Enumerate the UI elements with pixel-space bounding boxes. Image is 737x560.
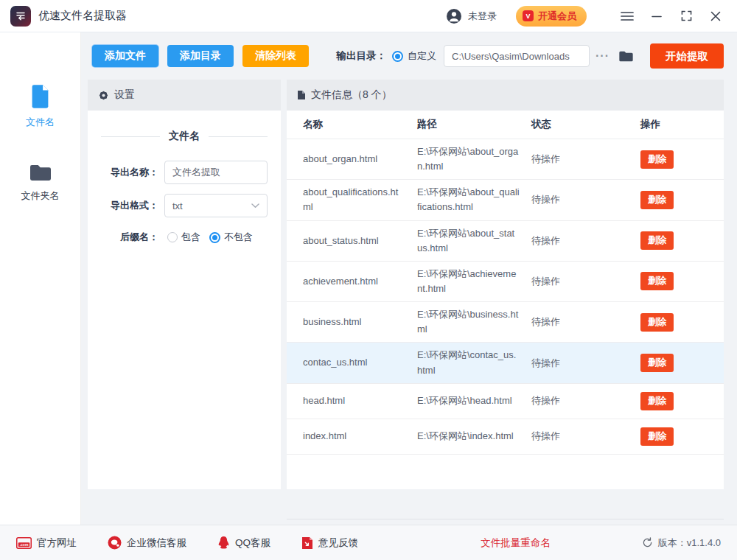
minimize-icon <box>652 11 662 21</box>
table-row[interactable]: achievement.html E:\环保网站\achievement.htm… <box>287 262 724 302</box>
file-status-cell: 待操作 <box>531 430 640 443</box>
delete-button[interactable]: 删除 <box>640 272 674 290</box>
sidebar: 文件名 文件夹名 <box>0 32 81 525</box>
clear-list-button[interactable]: 清除列表 <box>242 45 309 67</box>
app-logo-icon <box>10 6 31 27</box>
delete-button[interactable]: 删除 <box>640 191 674 209</box>
file-path-cell: E:\环保网站\achievement.html <box>417 267 531 296</box>
file-info-panel: 文件信息（8 个） 名称 路径 状态 操作 about_organ.html E… <box>287 80 724 489</box>
document-icon <box>297 90 306 100</box>
delete-button[interactable]: 删除 <box>640 150 674 169</box>
file-path-cell: E:\环保网站\about_qualifications.html <box>417 185 531 214</box>
user-icon <box>446 8 462 24</box>
table-row[interactable]: index.html E:\环保网站\index.html 待操作 删除 <box>287 419 724 455</box>
file-info-header: 文件信息（8 个） <box>287 80 724 111</box>
file-name-cell: about_status.html <box>303 234 417 248</box>
suffix-exclude-radio[interactable]: 不包含 <box>209 231 253 244</box>
sidebar-item-filename[interactable]: 文件名 <box>26 84 55 129</box>
file-path-cell: E:\环保网站\head.html <box>417 393 531 408</box>
vip-icon: V <box>523 10 534 21</box>
custom-output-radio[interactable] <box>392 51 403 62</box>
col-path: 路径 <box>417 118 531 131</box>
file-status-cell: 待操作 <box>531 394 640 407</box>
file-name-cell: head.html <box>303 393 417 408</box>
file-path-cell: E:\环保网站\contac_us.html <box>417 348 531 377</box>
export-name-input[interactable] <box>164 161 268 184</box>
menu-button[interactable] <box>618 7 637 26</box>
file-path-cell: E:\环保网站\index.html <box>417 429 531 444</box>
close-button[interactable] <box>706 7 725 26</box>
delete-button[interactable]: 删除 <box>640 354 674 372</box>
file-path-cell: E:\环保网站\about_organ.html <box>417 144 531 174</box>
export-format-select[interactable]: txt <box>164 194 268 217</box>
wechat-service-link[interactable]: 企业微信客服 <box>108 536 186 550</box>
table-column-headers: 名称 路径 状态 操作 <box>287 111 724 139</box>
delete-button[interactable]: 删除 <box>640 313 674 332</box>
maximize-icon <box>681 10 692 21</box>
delete-button[interactable]: 删除 <box>640 427 674 446</box>
login-button[interactable]: 未登录 <box>446 8 497 24</box>
sidebar-item-foldername[interactable]: 文件夹名 <box>21 163 60 203</box>
chevron-down-icon <box>251 203 259 209</box>
hamburger-icon <box>621 11 634 21</box>
login-label: 未登录 <box>468 10 497 23</box>
table-row[interactable]: about_organ.html E:\环保网站\about_organ.htm… <box>287 139 724 180</box>
open-folder-button[interactable] <box>615 50 637 63</box>
svg-text:.com: .com <box>20 542 29 546</box>
browse-more-button[interactable]: ··· <box>590 49 615 63</box>
output-dir-label: 输出目录： <box>337 49 387 63</box>
feedback-link[interactable]: 意见反馈 <box>301 536 358 550</box>
col-action: 操作 <box>640 118 724 131</box>
delete-button[interactable]: 删除 <box>640 231 674 250</box>
website-icon: .com <box>16 537 32 549</box>
file-name-cell: achievement.html <box>303 274 417 289</box>
file-icon <box>29 84 51 109</box>
batch-rename-link[interactable]: 文件批量重命名 <box>481 536 551 550</box>
table-row[interactable]: business.html E:\环保网站\business.html 待操作 … <box>287 302 724 343</box>
file-name-cell: about_organ.html <box>303 152 417 167</box>
refresh-icon <box>642 537 653 548</box>
footer: .com 官方网址 企业微信客服 QQ客服 意见反馈 文件批量重命名 版本：v1… <box>0 525 737 560</box>
add-directory-button[interactable]: 添加目录 <box>167 45 234 67</box>
qq-service-link[interactable]: QQ客服 <box>217 536 270 550</box>
vip-button[interactable]: V 开通会员 <box>516 6 587 27</box>
custom-output-label: 自定义 <box>408 49 436 63</box>
close-icon <box>710 11 721 21</box>
table-row[interactable]: about_status.html E:\环保网站\about_status.h… <box>287 221 724 262</box>
suffix-label: 后缀名： <box>101 231 158 244</box>
file-path-cell: E:\环保网站\business.html <box>417 307 531 337</box>
minimize-button[interactable] <box>647 7 666 26</box>
start-extract-button[interactable]: 开始提取 <box>650 43 724 69</box>
export-name-label: 导出名称： <box>101 166 158 179</box>
output-path-input[interactable] <box>444 45 590 67</box>
delete-button[interactable]: 删除 <box>640 392 674 410</box>
folder-open-icon <box>618 50 634 63</box>
file-name-cell: contac_us.html <box>303 355 417 370</box>
official-website-link[interactable]: .com 官方网址 <box>16 536 77 550</box>
folder-icon <box>29 163 52 183</box>
version-info: 版本：v1.1.4.0 <box>642 536 721 550</box>
table-row[interactable]: contac_us.html E:\环保网站\contac_us.html 待操… <box>287 343 724 383</box>
settings-panel-header: 设置 <box>88 80 281 111</box>
app-title: 优速文件名提取器 <box>38 9 127 23</box>
file-status-cell: 待操作 <box>531 275 640 288</box>
table-row[interactable]: head.html E:\环保网站\head.html 待操作 删除 <box>287 384 724 419</box>
qq-icon <box>217 536 230 550</box>
file-status-cell: 待操作 <box>531 153 640 166</box>
gear-icon <box>98 90 109 101</box>
file-name-cell: business.html <box>303 315 417 329</box>
export-format-label: 导出格式： <box>101 199 158 212</box>
file-status-cell: 待操作 <box>531 234 640 248</box>
suffix-include-radio[interactable]: 包含 <box>167 231 200 244</box>
file-table-body: about_organ.html E:\环保网站\about_organ.htm… <box>287 139 724 455</box>
table-row[interactable]: about_qualifications.html E:\环保网站\about_… <box>287 180 724 220</box>
feedback-icon <box>301 536 313 550</box>
add-file-button[interactable]: 添加文件 <box>92 45 158 67</box>
content-area: 添加文件 添加目录 清除列表 输出目录： 自定义 ··· 开始提取 设 <box>81 32 737 525</box>
maximize-button[interactable] <box>677 7 696 26</box>
file-path-cell: E:\环保网站\about_status.html <box>417 226 531 256</box>
table-bottom-divider <box>287 519 724 519</box>
col-name: 名称 <box>303 118 417 131</box>
toolbar: 添加文件 添加目录 清除列表 输出目录： 自定义 ··· 开始提取 <box>81 32 737 80</box>
col-status: 状态 <box>531 118 640 131</box>
